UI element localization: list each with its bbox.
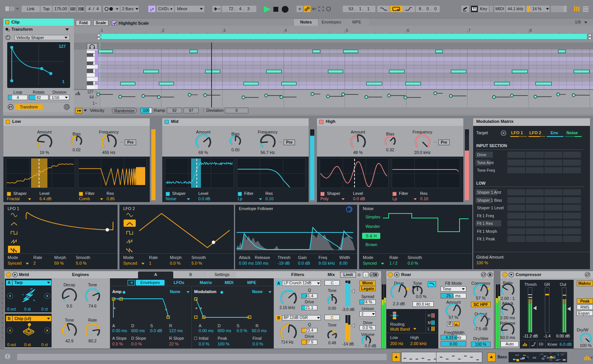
svg-text:♭: ♭ — [365, 273, 366, 277]
